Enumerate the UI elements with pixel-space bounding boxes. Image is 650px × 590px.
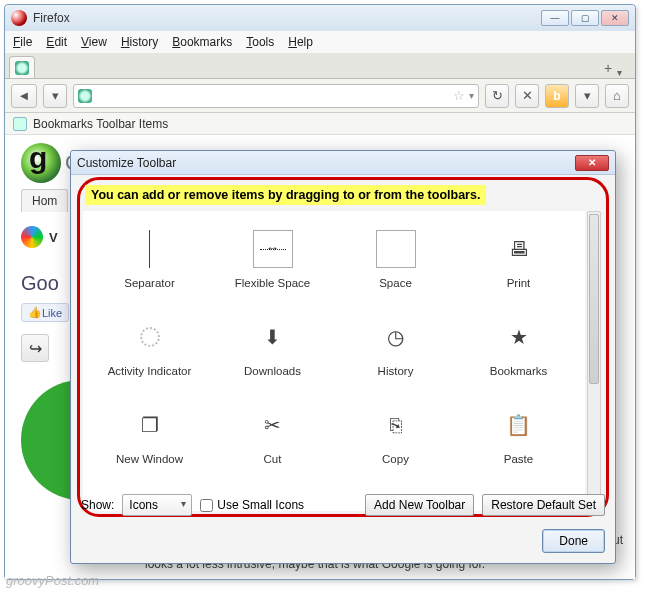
small-icons-checkbox[interactable]: Use Small Icons bbox=[200, 498, 304, 512]
copy-icon: ⎘ bbox=[376, 405, 416, 445]
palette-item-flexspace[interactable]: Flexible Space bbox=[214, 229, 331, 289]
titlebar[interactable]: Firefox — ▢ ✕ bbox=[5, 5, 635, 31]
firefox-icon bbox=[11, 10, 27, 26]
tab-favicon-icon bbox=[15, 61, 29, 75]
page-tab-home[interactable]: Hom bbox=[21, 189, 68, 212]
close-button[interactable]: ✕ bbox=[601, 10, 629, 26]
palette-item-cut[interactable]: ✂Cut bbox=[214, 405, 331, 465]
palette-item-label: Bookmarks bbox=[490, 365, 548, 377]
palette-item-label: History bbox=[378, 365, 414, 377]
restore-default-button[interactable]: Restore Default Set bbox=[482, 494, 605, 516]
flexspace-icon bbox=[253, 229, 293, 269]
newwindow-icon: ❐ bbox=[130, 405, 170, 445]
menu-tools[interactable]: Tools bbox=[246, 35, 274, 49]
new-tab-button[interactable]: + bbox=[599, 60, 617, 78]
back-history-button[interactable]: ▾ bbox=[43, 84, 67, 108]
palette-item-downloads[interactable]: ⬇Downloads bbox=[214, 317, 331, 377]
badge-label: V bbox=[49, 230, 58, 245]
watermark: groovyPost.com bbox=[6, 573, 99, 588]
show-label: Show: bbox=[81, 498, 114, 512]
like-label: Like bbox=[42, 307, 62, 319]
palette-item-label: Space bbox=[379, 277, 412, 289]
url-input[interactable]: ☆ ▾ bbox=[73, 84, 479, 108]
menu-view[interactable]: View bbox=[81, 35, 107, 49]
tab-current[interactable] bbox=[9, 56, 35, 78]
menu-file[interactable]: File bbox=[13, 35, 32, 49]
show-select-value: Icons bbox=[129, 498, 158, 512]
scrollbar-thumb[interactable] bbox=[589, 214, 599, 384]
toolbar-item-palette[interactable]: SeparatorFlexible SpaceSpace🖶PrintActivi… bbox=[83, 211, 585, 511]
palette-scrollbar[interactable]: ▾ bbox=[587, 211, 601, 511]
site-favicon-icon bbox=[78, 89, 92, 103]
palette-item-label: Cut bbox=[264, 453, 282, 465]
stop-button[interactable]: ✕ bbox=[515, 84, 539, 108]
dialog-instruction: You can add or remove items by dragging … bbox=[85, 185, 486, 205]
window-title: Firefox bbox=[33, 11, 70, 25]
maximize-button[interactable]: ▢ bbox=[571, 10, 599, 26]
palette-item-spinner[interactable]: Activity Indicator bbox=[91, 317, 208, 377]
logo-icon bbox=[21, 143, 61, 183]
url-dropdown-icon[interactable]: ▾ bbox=[469, 90, 474, 101]
bookmarks-toolbar-label: Bookmarks Toolbar Items bbox=[33, 117, 168, 131]
palette-item-label: Flexible Space bbox=[235, 277, 310, 289]
palette-item-history[interactable]: ◷History bbox=[337, 317, 454, 377]
dialog-close-button[interactable]: ✕ bbox=[575, 155, 609, 171]
palette-item-label: Copy bbox=[382, 453, 409, 465]
dialog-footer: Show: Icons Use Small Icons Add New Tool… bbox=[81, 491, 605, 519]
palette-item-label: Separator bbox=[124, 277, 175, 289]
palette-item-bookmarks[interactable]: ★Bookmarks bbox=[460, 317, 577, 377]
reload-button[interactable]: ↻ bbox=[485, 84, 509, 108]
palette-item-separator[interactable]: Separator bbox=[91, 229, 208, 289]
share-button[interactable]: ↪ bbox=[21, 334, 49, 362]
space-icon bbox=[376, 229, 416, 269]
menu-bookmarks[interactable]: Bookmarks bbox=[172, 35, 232, 49]
palette-item-print[interactable]: 🖶Print bbox=[460, 229, 577, 289]
show-select[interactable]: Icons bbox=[122, 494, 192, 516]
menu-help[interactable]: Help bbox=[288, 35, 313, 49]
dialog-titlebar[interactable]: Customize Toolbar ✕ bbox=[71, 151, 615, 175]
small-icons-input[interactable] bbox=[200, 499, 213, 512]
palette-item-label: Activity Indicator bbox=[108, 365, 192, 377]
customize-toolbar-dialog: Customize Toolbar ✕ You can add or remov… bbox=[70, 150, 616, 564]
palette-item-copy[interactable]: ⎘Copy bbox=[337, 405, 454, 465]
navigation-toolbar: ◄ ▾ ☆ ▾ ↻ ✕ b ▾ ⌂ bbox=[5, 79, 635, 113]
tab-list-button[interactable]: ▾ bbox=[617, 67, 631, 78]
done-button[interactable]: Done bbox=[542, 529, 605, 553]
minimize-button[interactable]: — bbox=[541, 10, 569, 26]
like-button[interactable]: 👍 Like bbox=[21, 303, 69, 322]
back-button[interactable]: ◄ bbox=[11, 84, 37, 108]
small-icons-label: Use Small Icons bbox=[217, 498, 304, 512]
bookmarks-toolbar-icon bbox=[13, 117, 27, 131]
palette-item-newwindow[interactable]: ❐New Window bbox=[91, 405, 208, 465]
dialog-title: Customize Toolbar bbox=[77, 156, 176, 170]
menubar: File Edit View History Bookmarks Tools H… bbox=[5, 31, 635, 53]
palette-item-space[interactable]: Space bbox=[337, 229, 454, 289]
palette-item-label: Paste bbox=[504, 453, 533, 465]
spinner-icon bbox=[130, 317, 170, 357]
windows-logo-icon bbox=[21, 226, 43, 248]
tabstrip: + ▾ bbox=[5, 53, 635, 79]
palette-item-label: New Window bbox=[116, 453, 183, 465]
separator-icon bbox=[130, 229, 170, 269]
search-dropdown-button[interactable]: ▾ bbox=[575, 84, 599, 108]
print-icon: 🖶 bbox=[499, 229, 539, 269]
home-button[interactable]: ⌂ bbox=[605, 84, 629, 108]
downloads-icon: ⬇ bbox=[253, 317, 293, 357]
palette-item-paste[interactable]: 📋Paste bbox=[460, 405, 577, 465]
paste-icon: 📋 bbox=[499, 405, 539, 445]
history-icon: ◷ bbox=[376, 317, 416, 357]
add-new-toolbar-button[interactable]: Add New Toolbar bbox=[365, 494, 474, 516]
palette-item-label: Downloads bbox=[244, 365, 301, 377]
bookmarks-icon: ★ bbox=[499, 317, 539, 357]
menu-history[interactable]: History bbox=[121, 35, 158, 49]
bookmark-star-icon[interactable]: ☆ bbox=[453, 88, 465, 103]
search-engine-button[interactable]: b bbox=[545, 84, 569, 108]
palette-item-label: Print bbox=[507, 277, 531, 289]
cut-icon: ✂ bbox=[253, 405, 293, 445]
menu-edit[interactable]: Edit bbox=[46, 35, 67, 49]
bookmarks-toolbar[interactable]: Bookmarks Toolbar Items bbox=[5, 113, 635, 135]
